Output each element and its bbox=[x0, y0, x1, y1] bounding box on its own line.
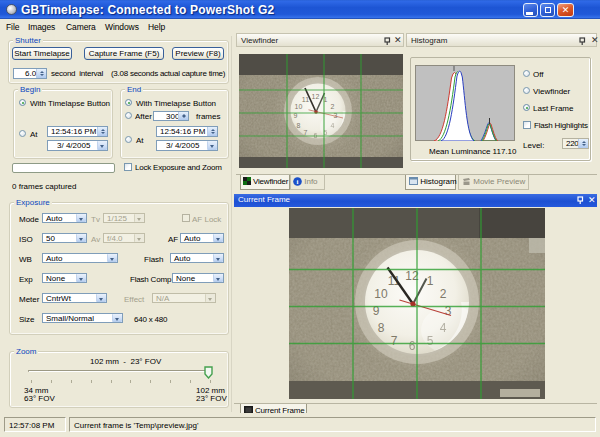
svg-text:10: 10 bbox=[295, 103, 303, 110]
svg-text:8: 8 bbox=[378, 321, 385, 335]
svg-text:2: 2 bbox=[331, 103, 335, 110]
svg-text:7: 7 bbox=[391, 334, 398, 348]
svg-text:7: 7 bbox=[304, 129, 308, 136]
svg-text:i: i bbox=[297, 178, 299, 186]
svg-text:8: 8 bbox=[297, 122, 301, 129]
svg-text:4: 4 bbox=[331, 122, 335, 129]
svg-text:6: 6 bbox=[314, 132, 318, 139]
svg-text:4: 4 bbox=[440, 321, 447, 335]
svg-text:2: 2 bbox=[440, 287, 447, 301]
svg-text:12: 12 bbox=[312, 93, 320, 100]
svg-text:6: 6 bbox=[409, 339, 416, 353]
svg-text:10: 10 bbox=[374, 287, 388, 301]
svg-text:1: 1 bbox=[427, 274, 434, 288]
svg-text:5: 5 bbox=[427, 334, 434, 348]
